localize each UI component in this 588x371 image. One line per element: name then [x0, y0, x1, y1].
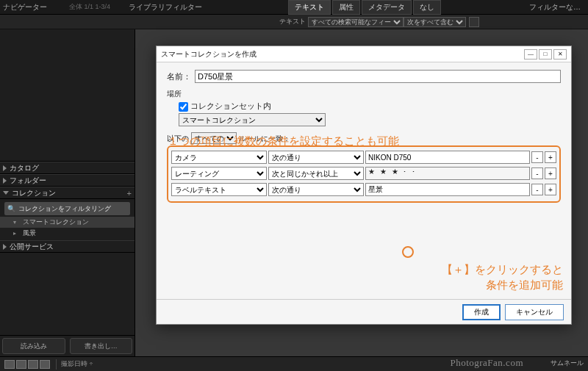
rule-field-select[interactable]: レーティング: [171, 167, 267, 180]
filter-rule-select[interactable]: 次をすべて含む: [404, 17, 466, 27]
sort-label[interactable]: 撮影日時 ÷: [61, 359, 93, 369]
location-label: 場所: [167, 89, 561, 99]
loupe-view-icon[interactable]: [16, 360, 26, 369]
rules-container: カメラ 次の通り - + レーティング 次と同じかそれ以上 ★ ★ ★ ･ ･ …: [167, 145, 561, 203]
minimize-button[interactable]: —: [524, 49, 537, 60]
top-bar: ナビゲーター 全体 1/1 1-3/4 ライブラリフィルター テキスト 属性 メ…: [0, 0, 588, 15]
panel-publish[interactable]: 公開サービス: [0, 240, 135, 253]
chevron-right-icon: [3, 178, 7, 184]
navigator-label: ナビゲーター: [3, 2, 47, 12]
rule-rating[interactable]: ★ ★ ★ ･ ･: [365, 167, 530, 180]
left-sidebar: カタログ フォルダー コレクション+ 🔍コレクションをフィルタリング ▾スマート…: [0, 29, 135, 356]
filter-bar: テキスト すべての検索可能なフィー 次をすべて含む: [0, 15, 588, 29]
panel-catalog[interactable]: カタログ: [0, 162, 135, 174]
survey-view-icon[interactable]: [40, 360, 50, 369]
lock-icon[interactable]: [469, 17, 479, 27]
chevron-right-icon: [3, 244, 7, 250]
library-filter-label: ライブラリフィルター: [129, 2, 202, 12]
create-button[interactable]: 作成: [462, 304, 501, 320]
inside-checkbox[interactable]: [179, 102, 188, 112]
remove-rule-button[interactable]: -: [531, 184, 543, 195]
counter: 全体 1/1 1-3/4: [69, 2, 110, 12]
rule-row: ラベルテキスト 次の通り - +: [171, 182, 556, 197]
rule-row: カメラ 次の通り - +: [171, 150, 556, 165]
navigator-panel: [0, 29, 135, 162]
remove-rule-button[interactable]: -: [531, 168, 543, 179]
thumbnail-panel-label[interactable]: サムネール: [551, 359, 584, 368]
annotation-add-condition: 【＋】をクリックすると条件を追加可能: [442, 262, 563, 292]
grid-view-icon[interactable]: [4, 360, 15, 369]
rule-op-select[interactable]: 次の通り: [268, 183, 364, 196]
annotation-multi-condition: １つの項目に複数の条件を設定することも可能: [168, 134, 399, 148]
add-rule-button[interactable]: +: [545, 151, 556, 163]
remove-rule-button[interactable]: -: [531, 151, 543, 163]
collection-body: 🔍コレクションをフィルタリング ▾スマートコレクション ▸風景: [0, 199, 135, 240]
watermark: PhotograFan.com: [450, 357, 523, 369]
dialog-titlebar: スマートコレクションを作成 — □ ✕: [157, 46, 571, 62]
tree-item[interactable]: ▸風景: [0, 228, 135, 239]
import-button[interactable]: 読み込み: [2, 338, 65, 354]
filter-preset[interactable]: フィルターな…: [529, 2, 581, 12]
add-collection-icon[interactable]: +: [127, 189, 132, 198]
maximize-button[interactable]: □: [539, 49, 552, 60]
rule-field-select[interactable]: ラベルテキスト: [171, 183, 267, 196]
cancel-button[interactable]: キャンセル: [505, 304, 564, 320]
tree-smart-collection[interactable]: ▾スマートコレクション: [0, 217, 135, 228]
compare-view-icon[interactable]: [28, 360, 38, 369]
add-rule-button[interactable]: +: [545, 168, 556, 179]
filter-text-label: テキスト: [279, 17, 306, 26]
dialog-footer: 作成 キャンセル: [157, 299, 571, 324]
rule-field-select[interactable]: カメラ: [171, 151, 267, 164]
add-rule-button[interactable]: +: [545, 184, 556, 195]
rule-row: レーティング 次と同じかそれ以上 ★ ★ ★ ･ ･ - +: [171, 166, 556, 181]
tab-metadata[interactable]: メタデータ: [362, 0, 412, 15]
rule-value-input[interactable]: [365, 151, 530, 164]
filter-field-select[interactable]: すべての検索可能なフィー: [308, 17, 404, 27]
name-input[interactable]: [195, 70, 561, 83]
tab-none[interactable]: なし: [413, 0, 441, 15]
annotation-plus-highlight: [402, 246, 414, 258]
export-button[interactable]: 書き出し…: [70, 338, 133, 354]
name-label: 名前：: [167, 71, 195, 82]
chevron-right-icon: [3, 165, 7, 171]
rule-op-select[interactable]: 次の通り: [268, 151, 364, 164]
tab-text[interactable]: テキスト: [288, 0, 331, 15]
panel-collection[interactable]: コレクション+: [0, 187, 135, 199]
tab-attribute[interactable]: 属性: [332, 0, 360, 15]
collection-filter[interactable]: 🔍コレクションをフィルタリング: [4, 202, 130, 215]
inside-checkbox-label[interactable]: コレクションセット内: [179, 101, 271, 110]
rule-value-input[interactable]: [365, 183, 530, 196]
rule-op-select[interactable]: 次と同じかそれ以上: [268, 167, 364, 180]
close-button[interactable]: ✕: [553, 49, 567, 60]
chevron-down-icon: [3, 191, 9, 195]
dialog-title: スマートコレクションを作成: [161, 49, 257, 60]
panel-folder[interactable]: フォルダー: [0, 174, 135, 187]
inside-select[interactable]: スマートコレクション: [179, 113, 326, 126]
filter-tabs: テキスト 属性 メタデータ なし: [288, 0, 441, 15]
